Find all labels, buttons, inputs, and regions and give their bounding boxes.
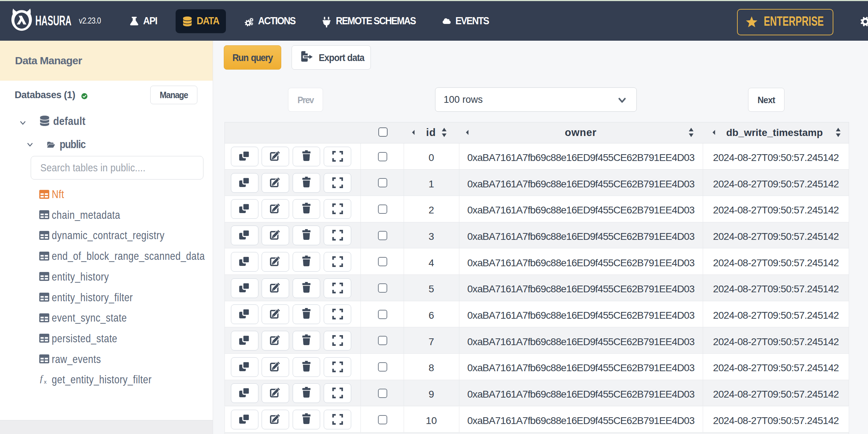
- svg-text:f: f: [40, 375, 44, 384]
- svg-text:x: x: [44, 379, 47, 384]
